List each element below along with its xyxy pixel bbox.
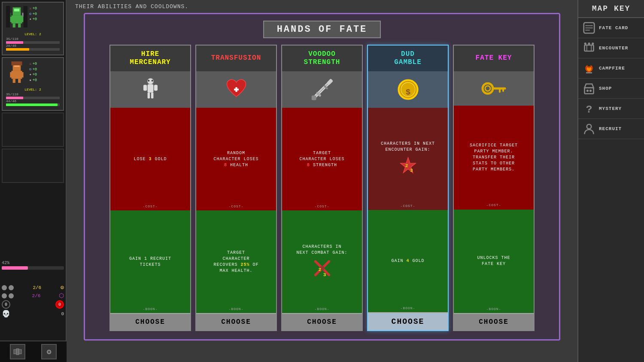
svg-point-31: [151, 80, 153, 82]
sword-icon: [310, 78, 334, 101]
svg-rect-15: [21, 72, 23, 78]
char2-sprite: [6, 61, 27, 85]
svg-rect-3: [21, 17, 23, 22]
card-dud-gamble-cost: CHARACTERS IN NEXTENCOUNTER GAIN: 2 3 -C…: [368, 108, 448, 210]
svg-rect-10: [6, 6, 10, 27]
card-voodoo-strength-choose[interactable]: CHOOSE: [282, 313, 362, 330]
top-text: THEIR ABILITIES AND COOLDOWNS.: [75, 3, 188, 10]
svg-text:2: 2: [318, 267, 322, 272]
card-transfusion-boon: TARGETCHARACTERRECOVERS 25% OFMAX HEALTH…: [196, 210, 276, 313]
progress-section: 42%: [2, 261, 64, 270]
map-key-item-mystery[interactable]: ? MYSTERY: [578, 99, 644, 119]
svg-rect-1: [12, 15, 22, 24]
fate-card-label: FATE CARD: [599, 25, 628, 30]
card-hire-mercenary-title: HIRE MERCENARY: [110, 46, 190, 71]
svg-text:3: 3: [323, 272, 327, 277]
shop-label: SHOP: [599, 86, 612, 91]
card-dud-gamble-choose[interactable]: CHOOSE: [368, 312, 448, 330]
svg-rect-29: [151, 92, 153, 98]
svg-rect-16: [13, 79, 15, 83]
card-fate-key-choose[interactable]: CHOOSE: [454, 313, 534, 330]
card-fate-key-boon: UNLOCKS THEFATE KEY -BOON-: [454, 210, 534, 313]
progress-label: 42%: [2, 261, 64, 265]
empty-slot-1: [2, 113, 64, 147]
svg-rect-6: [14, 9, 17, 11]
campfire-icon: [583, 62, 595, 75]
right-sidebar: MAP KEY FATE CARD ENCOUNTER: [577, 0, 644, 362]
svg-rect-20: [12, 61, 22, 65]
map-key-item-recruit[interactable]: RECRUIT: [578, 119, 644, 139]
svg-rect-67: [585, 88, 594, 94]
map-key-item-campfire[interactable]: CAMPFIRE: [578, 58, 644, 79]
resource-row-1: 2/6 ⊙: [2, 284, 64, 291]
map-key-title: MAP KEY: [578, 0, 644, 18]
card-voodoo-strength-icon: [282, 71, 362, 108]
svg-point-63: [584, 43, 586, 45]
map-key-item-shop[interactable]: SHOP: [578, 79, 644, 99]
character-card-1[interactable]: ⚔ +0 ⚙ +0 ✦ +0 LEVEL: 2 35/110 20/46: [2, 2, 64, 55]
svg-text:2: 2: [405, 163, 409, 168]
panel-title: HANDS OF FATE: [263, 21, 381, 38]
bottom-icons: ⚙: [0, 341, 67, 362]
svg-line-37: [317, 93, 320, 96]
card-fate-key[interactable]: FATE KEY SACRIFICE TARGETPARTY MEMBER.TR…: [453, 45, 535, 331]
card-hire-mercenary-icon: [110, 71, 190, 108]
card-transfusion-icon: [196, 71, 276, 108]
card-fate-key-title: FATE KEY: [454, 46, 534, 71]
char2-level: LEVEL: 2: [4, 87, 61, 92]
empty-slot-2: [2, 149, 64, 183]
encounter-label: ENCOUNTER: [599, 46, 628, 51]
main-panel: THEIR ABILITIES AND COOLDOWNS. HANDS OF …: [67, 0, 577, 362]
counter1: 0: [2, 300, 10, 309]
map-key-item-encounter[interactable]: ENCOUNTER: [578, 38, 644, 58]
cards-row: HIRE MERCENARY LOSE 3 GOLD: [91, 45, 553, 331]
svg-rect-4: [13, 24, 15, 27]
svg-text:3: 3: [410, 168, 414, 173]
card-fate-key-icon: [454, 71, 534, 106]
svg-point-68: [586, 90, 589, 92]
svg-point-65: [592, 43, 594, 45]
dud-cost-icon: 2 3: [371, 155, 445, 177]
character-card-2[interactable]: ⚔ +0 ⚙ +0 ✦ +0 ★ +0 LEVEL: 2 35/110: [2, 57, 64, 111]
svg-rect-7: [17, 9, 19, 11]
card-dud-gamble-icon: $: [368, 71, 448, 108]
map-key-item-fate-card[interactable]: FATE CARD: [578, 18, 644, 38]
svg-rect-17: [18, 79, 21, 83]
settings-icon[interactable]: ⚙: [41, 344, 57, 359]
svg-rect-2: [10, 17, 12, 22]
skeleton-icon: [139, 78, 162, 101]
resource-row-4: 💀 0: [2, 310, 64, 318]
svg-rect-36: [311, 95, 316, 100]
key-icon: [481, 80, 507, 97]
svg-rect-21: [14, 350, 16, 354]
char2-stats: ⚔ +0 ⚙ +0 ✦ +0 ★ +0: [29, 61, 37, 83]
gold-resource: 2/6: [33, 285, 41, 290]
svg-text:?: ?: [586, 104, 592, 115]
card-transfusion-title: TRANSFUSION: [196, 46, 276, 71]
map-icon[interactable]: [10, 344, 25, 359]
counter2: 0: [55, 300, 64, 309]
char1-sprite: [6, 6, 27, 30]
card-voodoo-strength[interactable]: VOODOO STRENGTH TARGETCHARACTER LOSES8 S…: [281, 45, 363, 331]
mystery-label: MYSTERY: [599, 106, 622, 111]
heart-icon: [225, 78, 248, 101]
card-dud-gamble-title: DUD GAMBLE: [368, 46, 448, 71]
card-hire-mercenary[interactable]: HIRE MERCENARY LOSE 3 GOLD: [109, 45, 191, 331]
recruit-label: RECRUIT: [599, 126, 622, 131]
char1-stats: ⚔ +0 ⚙ +0 ✦ +0: [29, 6, 37, 22]
svg-point-51: [483, 83, 493, 94]
skull-count: 0: [61, 311, 64, 316]
svg-point-52: [485, 86, 490, 91]
card-voodoo-strength-boon: CHARACTERS INNEXT COMBAT GAIN: 2 3 -BOON…: [282, 210, 362, 313]
card-transfusion-choose[interactable]: CHOOSE: [196, 313, 276, 330]
resource-row-3: 0 0: [2, 300, 64, 309]
card-transfusion[interactable]: TRANSFUSION RANDOMCHARACTER LOSES8 HEALT…: [195, 45, 277, 331]
left-sidebar: ⚔ +0 ⚙ +0 ✦ +0 LEVEL: 2 35/110 20/46: [0, 0, 67, 362]
recruit-icon: [583, 122, 595, 135]
card-hire-mercenary-choose[interactable]: CHOOSE: [110, 313, 190, 330]
svg-rect-25: [147, 84, 153, 92]
campfire-label: CAMPFIRE: [599, 66, 625, 71]
svg-point-30: [148, 80, 149, 82]
card-dud-gamble[interactable]: DUD GAMBLE $ CHARACTERS IN NEXTENCOUNTER…: [367, 45, 449, 331]
shop-icon: [583, 82, 595, 95]
